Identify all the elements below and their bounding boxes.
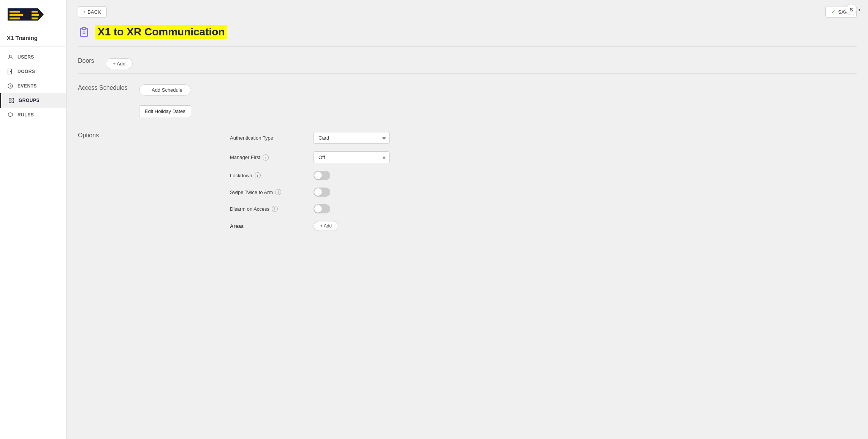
edit-holiday-button[interactable]: Edit Holiday Dates bbox=[139, 105, 191, 117]
swipe-twice-row: Swipe Twice to Arm i bbox=[230, 188, 458, 197]
grid-icon bbox=[8, 97, 15, 104]
options-section: Options Authentication Type Card ▾ Manag… bbox=[67, 121, 868, 242]
disarm-on-access-label: Disarm on Access i bbox=[230, 206, 306, 212]
swipe-twice-info-icon[interactable]: i bbox=[275, 189, 281, 195]
manager-first-label: Manager First i bbox=[230, 154, 306, 161]
disarm-on-access-toggle[interactable] bbox=[314, 204, 330, 213]
svg-rect-16 bbox=[12, 101, 14, 103]
doors-add-button[interactable]: + Add bbox=[106, 58, 133, 69]
tag-icon bbox=[7, 111, 14, 118]
sidebar-item-doors[interactable]: DOORS bbox=[0, 64, 66, 79]
lockdown-row: Lockdown i bbox=[230, 171, 458, 180]
disarm-on-access-row: Disarm on Access i bbox=[230, 204, 458, 213]
auth-type-label: Authentication Type bbox=[230, 135, 306, 141]
sidebar-nav: USERS DOORS EVENTS GROUPS RULES bbox=[0, 47, 66, 439]
disarm-on-access-info-icon[interactable]: i bbox=[272, 206, 278, 212]
door-icon bbox=[7, 68, 14, 75]
manager-first-row: Manager First i Off ▾ bbox=[230, 151, 458, 163]
svg-rect-7 bbox=[32, 14, 39, 16]
clock-icon bbox=[7, 83, 14, 89]
lockdown-label: Lockdown i bbox=[230, 172, 306, 178]
svg-rect-6 bbox=[32, 11, 38, 13]
main-content: S ▾ ‹ BACK ✓ SAVE X1 to XR Communication… bbox=[67, 0, 868, 439]
doors-section: Doors + Add bbox=[67, 47, 868, 73]
auth-type-select-wrapper: Card ▾ bbox=[314, 132, 390, 144]
lockdown-toggle[interactable] bbox=[314, 171, 330, 180]
topbar: S ▾ bbox=[133, 0, 868, 19]
swipe-twice-toggle[interactable] bbox=[314, 188, 330, 197]
page-title: X1 to XR Communication bbox=[95, 25, 227, 39]
page-title-row: X1 to XR Communication bbox=[67, 21, 868, 46]
add-schedule-button[interactable]: + Add Schedule bbox=[139, 84, 191, 95]
doors-label: Doors bbox=[78, 57, 94, 64]
dmp-logo bbox=[8, 7, 49, 22]
access-schedules-section: Access Schedules + Add Schedule Edit Hol… bbox=[67, 74, 868, 121]
clipboard-icon bbox=[78, 26, 90, 38]
chevron-left-icon: ‹ bbox=[84, 9, 85, 15]
user-menu[interactable]: S ▾ bbox=[846, 4, 860, 15]
auth-type-row: Authentication Type Card ▾ bbox=[230, 132, 458, 144]
logo-container bbox=[0, 0, 66, 29]
areas-label: Areas bbox=[230, 223, 306, 229]
manager-first-info-icon[interactable]: i bbox=[263, 154, 269, 161]
svg-rect-3 bbox=[10, 11, 20, 13]
manager-first-select[interactable]: Off ▾ bbox=[314, 151, 390, 163]
sidebar-item-events[interactable]: EVENTS bbox=[0, 79, 66, 93]
areas-add-button[interactable]: + Add bbox=[314, 221, 338, 231]
lockdown-info-icon[interactable]: i bbox=[255, 172, 261, 178]
manager-first-select-wrapper: Off ▾ bbox=[314, 151, 390, 163]
svg-rect-13 bbox=[9, 98, 11, 100]
svg-point-9 bbox=[9, 55, 11, 57]
areas-row: Areas + Add bbox=[230, 221, 458, 231]
chevron-down-icon: ▾ bbox=[858, 8, 860, 12]
options-fields: Authentication Type Card ▾ Manager First… bbox=[230, 132, 458, 231]
user-badge[interactable]: S bbox=[846, 4, 857, 15]
svg-rect-5 bbox=[10, 17, 20, 19]
svg-point-11 bbox=[11, 71, 11, 72]
access-schedules-label: Access Schedules bbox=[78, 84, 128, 91]
sidebar-item-rules[interactable]: RULES bbox=[0, 108, 66, 122]
svg-rect-4 bbox=[10, 14, 23, 16]
sidebar-item-users[interactable]: USERS bbox=[0, 50, 66, 64]
swipe-twice-label: Swipe Twice to Arm i bbox=[230, 189, 306, 195]
sidebar-item-groups[interactable]: GROUPS bbox=[0, 93, 66, 108]
auth-type-select[interactable]: Card ▾ bbox=[314, 132, 390, 144]
manager-first-chevron: ▾ bbox=[382, 155, 385, 160]
svg-rect-17 bbox=[82, 27, 86, 29]
options-label: Options bbox=[78, 132, 154, 231]
sidebar: X1 Training USERS DOORS EVENTS GROUPS bbox=[0, 0, 67, 439]
person-icon bbox=[7, 54, 14, 60]
sidebar-title: X1 Training bbox=[0, 29, 66, 47]
auth-type-chevron: ▾ bbox=[382, 135, 385, 141]
svg-rect-15 bbox=[9, 101, 11, 103]
svg-rect-14 bbox=[12, 98, 14, 100]
svg-rect-8 bbox=[32, 17, 38, 19]
back-button[interactable]: ‹ BACK bbox=[78, 6, 107, 17]
